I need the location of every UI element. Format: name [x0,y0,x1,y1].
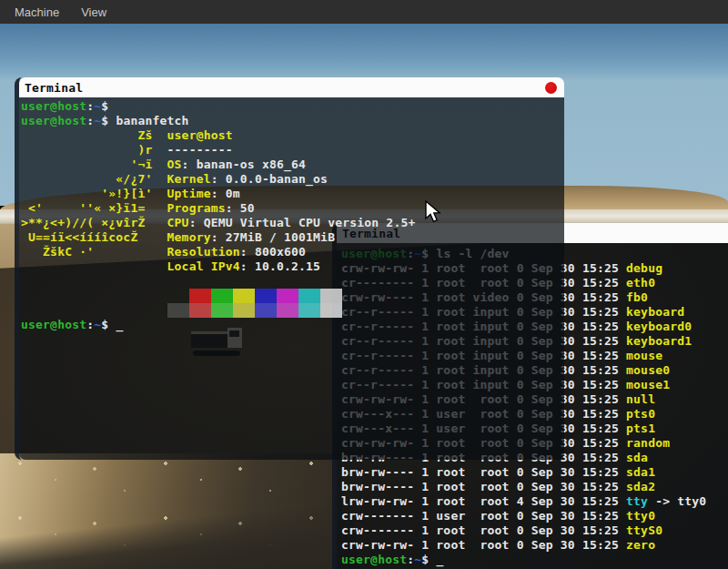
menu-bar: Machine View [0,0,728,24]
text-segment: --------- [167,143,233,157]
text-segment: mouse0 [626,363,670,377]
text-segment: '»!}[ì' [21,187,167,200]
text-segment: pts0 [626,407,655,421]
terminal-line: Zš user@host [21,128,564,143]
text-segment: sda [626,451,648,464]
palette-swatch [298,289,320,303]
text-segment: brw-rw---- 1 root root 0 Sep 30 15:25 [341,480,626,493]
terminal-line: '¬ï OS: banan-os x86_64 [21,157,564,172]
text-segment: $ [101,99,116,113]
front-terminal-title: Terminal [25,81,83,95]
text-segment: Programs [167,201,226,215]
text-segment [21,259,167,273]
terminal-line: crw-rw-rw- 1 root root 0 Sep 30 15:25 ze… [341,538,728,553]
text-segment: «/¿7' [21,172,167,186]
text-segment: : 50 [226,201,255,215]
text-segment: <' ''« ×}ï1= [21,201,167,215]
text-segment: user@host [167,128,233,142]
terminal-line: lrw-rw-rw- 1 root root 4 Sep 30 15:25 tt… [341,494,728,509]
terminal-line: user@host:~$ _ [21,318,564,332]
text-segment [21,289,167,302]
text-segment: tty0 [626,509,655,523]
front-terminal-title-bar[interactable]: Terminal [19,77,564,97]
text-segment: _ [116,318,123,331]
text-segment: crw------- 1 user root 0 Sep 30 15:25 [341,509,626,523]
close-button[interactable] [545,82,557,94]
text-segment: keyboard0 [626,320,692,333]
front-terminal-window: Terminal user@host:~$ user@host:~$ banan… [15,77,564,460]
palette-swatch [189,289,211,303]
text-segment: brw-rw---- 1 root root 0 Sep 30 15:25 [341,465,626,479]
terminal-line [21,289,564,303]
palette-swatch [277,289,298,303]
text-segment: Memory [167,230,211,244]
text-segment: sda2 [626,480,655,493]
text-segment: ŽškC ·' [21,245,167,259]
terminal-line: brw-rw---- 1 root root 0 Sep 30 15:25 sd… [341,465,728,480]
palette-swatch [277,303,298,318]
text-segment: >**¿<+)//( ×¿vîrŽ [21,216,167,229]
text-segment: OS [167,157,182,171]
text-segment: : banan-os x86_64 [182,157,306,171]
terminal-line: crw------- 1 user root 0 Sep 30 15:25 tt… [341,509,728,523]
palette-swatch [189,303,211,318]
text-segment: crw-rw-rw- 1 root root 0 Sep 30 15:25 [341,538,626,552]
vm-screen: Machine View Terminal user@host:~$ ls -l [0,0,728,569]
palette-swatch [211,289,233,303]
text-segment: : 27MiB / 1001MiB [211,230,335,244]
terminal-line: )r --------- [21,143,564,157]
terminal-line: Local IPv4: 10.0.2.15 [21,259,564,274]
text-segment: '¬ï [21,157,167,171]
text-segment: null [626,392,655,406]
text-segment: sda1 [626,465,655,479]
text-segment: -> tty0 [648,494,706,508]
text-segment: : 800x600 [240,245,306,259]
text-segment: : 0.0.0-banan_os [211,172,328,186]
desktop: Terminal user@host:~$ ls -l /devcrw-rw-r… [0,24,728,569]
text-segment: _ [436,553,443,566]
terminal-line: ŽškC ·' Resolution: 800x600 [21,245,564,259]
palette-swatch [320,303,342,318]
text-segment: Uptime [167,187,211,200]
front-terminal-output[interactable]: user@host:~$ user@host:~$ bananfetch Zš … [19,97,564,460]
text-segment: mouse [626,349,662,362]
terminal-line: crw------- 1 root root 0 Sep 30 15:25 tt… [341,523,728,538]
palette-swatch [167,289,189,303]
text-segment: bananfetch [116,114,188,127]
text-segment: ttyS0 [626,523,662,537]
palette-swatch [233,303,255,318]
text-segment: fb0 [626,290,648,304]
text-segment: $ [101,318,116,331]
terminal-line: user@host:~$ _ [341,553,728,567]
menu-item-view[interactable]: View [70,2,117,23]
palette-swatch [255,289,277,303]
text-segment: keyboard1 [626,334,692,348]
text-segment: )r [21,143,167,157]
text-segment: $ [101,114,116,127]
text-segment: $ [421,553,436,566]
text-segment: Kernel [167,172,211,186]
terminal-line: user@host:~$ bananfetch [21,114,564,128]
palette-swatch [167,303,189,318]
palette-swatch [298,303,320,318]
terminal-line: <' ''« ×}ï1= Programs: 50 [21,201,564,216]
text-segment: debug [626,261,662,275]
palette-swatch [255,303,277,318]
text-segment: Resolution [167,245,240,259]
palette-swatch [211,303,233,318]
terminal-line [21,274,564,289]
text-segment: mouse1 [626,378,670,391]
text-segment: user@host [21,114,86,127]
text-segment: Zš [21,128,167,142]
text-segment: pts1 [626,422,655,435]
text-segment: zero [626,538,655,552]
terminal-line: user@host:~$ [21,99,564,114]
text-segment: Local IPv4 [167,259,240,273]
terminal-line: U==íï<<íííîcocŽ Memory: 27MiB / 1001MiB [21,230,564,245]
terminal-line: >**¿<+)//( ×¿vîrŽ CPU: QEMU Virtual CPU … [21,216,564,230]
text-segment: user@host [341,553,407,566]
text-segment: lrw-rw-rw- 1 root root 4 Sep 30 15:25 [341,494,626,508]
mouse-pointer-icon [424,200,442,224]
text-segment: tty [626,494,648,508]
menu-item-machine[interactable]: Machine [4,2,70,23]
